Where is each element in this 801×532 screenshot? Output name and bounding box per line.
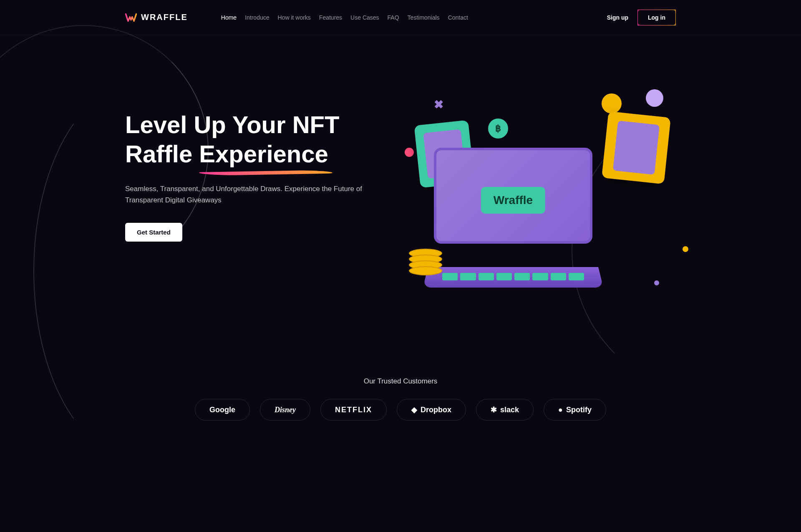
nav-item-testimonials[interactable]: Testimonials — [408, 14, 440, 21]
slack-icon: ✱ — [491, 405, 497, 414]
x-decoration-icon: ✖ — [434, 98, 444, 108]
coin-yellow-icon — [602, 93, 622, 113]
nav-item-home[interactable]: Home — [221, 14, 237, 21]
nav-item-faq[interactable]: FAQ — [388, 14, 399, 21]
nav-item-how-it-works[interactable]: How it works — [278, 14, 311, 21]
nav-item-introduce[interactable]: Introduce — [245, 14, 269, 21]
hero-title-line1: Level Up Your NFT — [125, 111, 339, 138]
nav-item-features[interactable]: Features — [319, 14, 342, 21]
nft-card-right — [602, 111, 671, 184]
hero-title: Level Up Your NFT Raffle Experience — [125, 110, 384, 168]
hero-illustration: ✖ ฿ Wraffle — [409, 102, 676, 302]
coin-green-icon: ฿ — [488, 119, 508, 139]
logo-icon — [125, 13, 137, 23]
hero-title-word-experience: Experience — [199, 139, 328, 169]
customer-disney: Disney — [260, 399, 310, 421]
customer-slack: ✱slack — [476, 399, 534, 421]
customers-title: Our Trusted Customers — [0, 377, 801, 386]
nav-item-contact[interactable]: Contact — [448, 14, 468, 21]
coin-purple-icon — [646, 89, 663, 107]
coin-stack-icon — [409, 252, 446, 294]
dot-magenta-icon — [405, 148, 414, 157]
customer-spotify: ●Spotify — [544, 399, 606, 421]
hero-title-word-raffle: Raffle — [125, 140, 192, 167]
laptop-icon: Wraffle — [434, 148, 609, 273]
hero-subtitle: Seamless, Transparent, and Unforgettable… — [125, 183, 367, 206]
customer-dropbox: ◆Dropbox — [397, 399, 466, 421]
illustration-label: Wraffle — [481, 187, 545, 214]
dot-yellow-icon — [683, 246, 688, 252]
customers-section: Our Trusted Customers Google Disney NETF… — [0, 377, 801, 421]
hero-section: Level Up Your NFT Raffle Experience Seam… — [0, 35, 801, 302]
login-button[interactable]: Log in — [637, 10, 676, 25]
logo-text: WRAFFLE — [141, 13, 188, 22]
customer-netflix: NETFLIX — [320, 399, 387, 421]
logo[interactable]: WRAFFLE — [125, 13, 188, 23]
site-header: WRAFFLE Home Introduce How it works Feat… — [0, 0, 801, 35]
get-started-button[interactable]: Get Started — [125, 223, 182, 242]
dropbox-icon: ◆ — [411, 405, 417, 414]
dot-purple-icon — [654, 280, 659, 285]
signup-link[interactable]: Sign up — [607, 14, 628, 21]
main-nav: Home Introduce How it works Features Use… — [221, 14, 468, 21]
nav-item-use-cases[interactable]: Use Cases — [350, 14, 379, 21]
spotify-icon: ● — [558, 406, 563, 414]
customer-google: Google — [195, 399, 250, 421]
